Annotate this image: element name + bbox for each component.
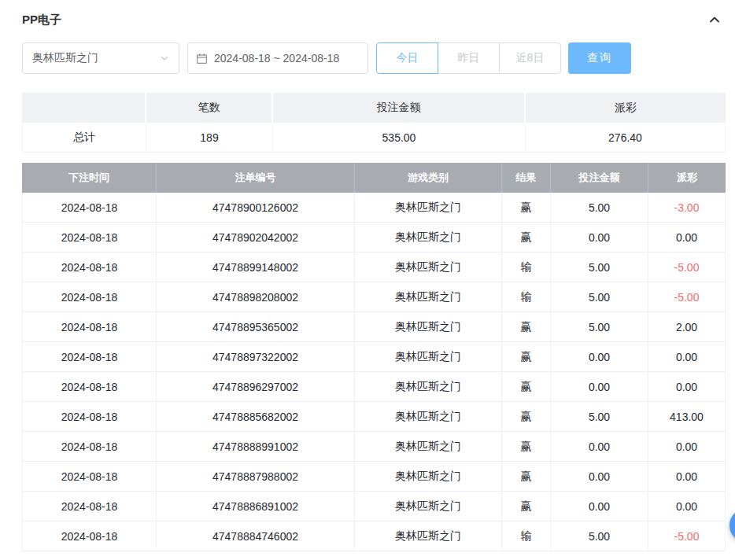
bet-id-cell: 47478884746002 <box>157 521 355 551</box>
bet-time-cell: 2024-08-18 <box>22 193 157 223</box>
bet-amount-cell: 0.00 <box>551 342 648 372</box>
query-button[interactable]: 查询 <box>568 42 631 74</box>
summary-header-row: 笔数 投注金额 派彩 <box>22 93 726 123</box>
quick-filter-recent8days[interactable]: 近8日 <box>499 42 561 74</box>
summary-total-label: 总计 <box>22 123 146 153</box>
payout-cell: 413.00 <box>648 402 726 432</box>
bet-amount-cell: 0.00 <box>551 492 648 521</box>
bet-amount-cell: 5.00 <box>551 282 648 312</box>
game-type-cell: 奥林匹斯之门 <box>355 521 502 551</box>
bet-time-cell: 2024-08-18 <box>22 372 157 402</box>
result-cell: 赢 <box>502 312 551 342</box>
bet-amount-cell: 5.00 <box>551 521 648 551</box>
summary-header-blank <box>22 93 146 123</box>
result-cell: 赢 <box>502 193 551 223</box>
game-type-cell: 奥林匹斯之门 <box>355 223 502 252</box>
bet-amount-cell: 0.00 <box>551 223 648 252</box>
payout-cell: -5.00 <box>648 252 726 282</box>
bet-table-row: 2024-08-1847478884746002奥林匹斯之门输5.00-5.00 <box>22 521 726 551</box>
game-type-cell: 奥林匹斯之门 <box>355 193 502 223</box>
payout-cell: 0.00 <box>648 223 726 252</box>
bet-time-cell: 2024-08-18 <box>22 312 157 342</box>
bet-header-result: 结果 <box>502 163 551 193</box>
bet-header-game-type: 游戏类别 <box>355 163 502 193</box>
bet-time-cell: 2024-08-18 <box>22 402 157 432</box>
bet-amount-cell: 0.00 <box>551 372 648 402</box>
bet-id-cell: 47478902042002 <box>157 223 355 252</box>
bet-table-row: 2024-08-1847478885682002奥林匹斯之门赢5.00413.0… <box>22 402 726 432</box>
panel-title: PP电子 <box>22 13 61 28</box>
bet-id-cell: 47478900126002 <box>157 193 355 223</box>
bet-id-cell: 47478897322002 <box>157 342 355 372</box>
result-cell: 赢 <box>502 372 551 402</box>
game-type-cell: 奥林匹斯之门 <box>355 492 502 521</box>
date-range-input[interactable]: 2024-08-18 ~ 2024-08-18 <box>187 42 368 74</box>
bet-amount-cell: 5.00 <box>551 402 648 432</box>
summary-table: 笔数 投注金额 派彩 总计 189 535.00 276.40 <box>22 93 726 153</box>
bet-table-row: 2024-08-1847478900126002奥林匹斯之门赢5.00-3.00 <box>22 193 726 223</box>
summary-total-count: 189 <box>146 123 273 153</box>
date-range-value: 2024-08-18 ~ 2024-08-18 <box>214 52 339 64</box>
summary-total-row: 总计 189 535.00 276.40 <box>22 123 726 153</box>
bet-table-row: 2024-08-1847478886891002奥林匹斯之门赢0.000.00 <box>22 492 726 521</box>
bet-id-cell: 47478895365002 <box>157 312 355 342</box>
result-cell: 赢 <box>502 432 551 462</box>
bet-table-body: 2024-08-1847478900126002奥林匹斯之门赢5.00-3.00… <box>22 193 726 551</box>
calendar-icon <box>196 53 208 64</box>
result-cell: 输 <box>502 521 551 551</box>
payout-cell: -3.00 <box>648 193 726 223</box>
game-type-cell: 奥林匹斯之门 <box>355 252 502 282</box>
result-cell: 赢 <box>502 462 551 492</box>
payout-cell: 0.00 <box>648 432 726 462</box>
bet-table-row: 2024-08-1847478888991002奥林匹斯之门赢0.000.00 <box>22 432 726 462</box>
bet-table-row: 2024-08-1847478895365002奥林匹斯之门赢5.002.00 <box>22 312 726 342</box>
payout-cell: 0.00 <box>648 492 726 521</box>
bet-header-id: 注单编号 <box>157 163 355 193</box>
game-type-cell: 奥林匹斯之门 <box>355 312 502 342</box>
game-select-value: 奥林匹斯之门 <box>32 51 98 65</box>
game-type-cell: 奥林匹斯之门 <box>355 372 502 402</box>
bet-time-cell: 2024-08-18 <box>22 223 157 252</box>
bet-id-cell: 47478888991002 <box>157 432 355 462</box>
pp-games-panel: PP电子 奥林匹斯之门 <box>0 0 735 551</box>
payout-cell: 0.00 <box>648 462 726 492</box>
bet-table-row: 2024-08-1847478902042002奥林匹斯之门赢0.000.00 <box>22 223 726 252</box>
game-type-cell: 奥林匹斯之门 <box>355 402 502 432</box>
game-type-cell: 奥林匹斯之门 <box>355 462 502 492</box>
summary-header-count: 笔数 <box>146 93 273 123</box>
bet-header-payout: 派彩 <box>648 163 726 193</box>
bet-time-cell: 2024-08-18 <box>22 432 157 462</box>
quick-filter-yesterday[interactable]: 昨日 <box>438 42 500 74</box>
summary-total-bet-amount: 535.00 <box>273 123 526 153</box>
result-cell: 输 <box>502 252 551 282</box>
bet-header-time: 下注时间 <box>22 163 157 193</box>
bet-id-cell: 47478896297002 <box>157 372 355 402</box>
summary-header-bet-amount: 投注金额 <box>273 93 526 123</box>
bet-id-cell: 47478899148002 <box>157 252 355 282</box>
game-type-cell: 奥林匹斯之门 <box>355 432 502 462</box>
bet-id-cell: 47478885682002 <box>157 402 355 432</box>
chevron-down-icon <box>160 53 169 63</box>
quick-filter-group: 今日 昨日 近8日 <box>376 42 561 74</box>
summary-total-payout: 276.40 <box>526 123 726 153</box>
payout-cell: 2.00 <box>648 312 726 342</box>
bet-time-cell: 2024-08-18 <box>22 342 157 372</box>
chevron-up-icon[interactable] <box>708 13 721 26</box>
bet-table-row: 2024-08-1847478899148002奥林匹斯之门输5.00-5.00 <box>22 252 726 282</box>
bet-amount-cell: 0.00 <box>551 462 648 492</box>
quick-filter-today[interactable]: 今日 <box>376 42 438 74</box>
bet-table-row: 2024-08-1847478887988002奥林匹斯之门赢0.000.00 <box>22 462 726 492</box>
bet-amount-cell: 5.00 <box>551 312 648 342</box>
bet-time-cell: 2024-08-18 <box>22 462 157 492</box>
bet-table-row: 2024-08-1847478898208002奥林匹斯之门输5.00-5.00 <box>22 282 726 312</box>
payout-cell: 0.00 <box>648 372 726 402</box>
bet-id-cell: 47478886891002 <box>157 492 355 521</box>
bet-id-cell: 47478887988002 <box>157 462 355 492</box>
game-type-cell: 奥林匹斯之门 <box>355 282 502 312</box>
bet-table-header-row: 下注时间 注单编号 游戏类别 结果 投注金额 派彩 <box>22 163 726 193</box>
panel-header: PP电子 <box>22 11 726 28</box>
payout-cell: -5.00 <box>648 521 726 551</box>
result-cell: 赢 <box>502 402 551 432</box>
summary-header-payout: 派彩 <box>526 93 726 123</box>
game-select[interactable]: 奥林匹斯之门 <box>22 42 179 74</box>
